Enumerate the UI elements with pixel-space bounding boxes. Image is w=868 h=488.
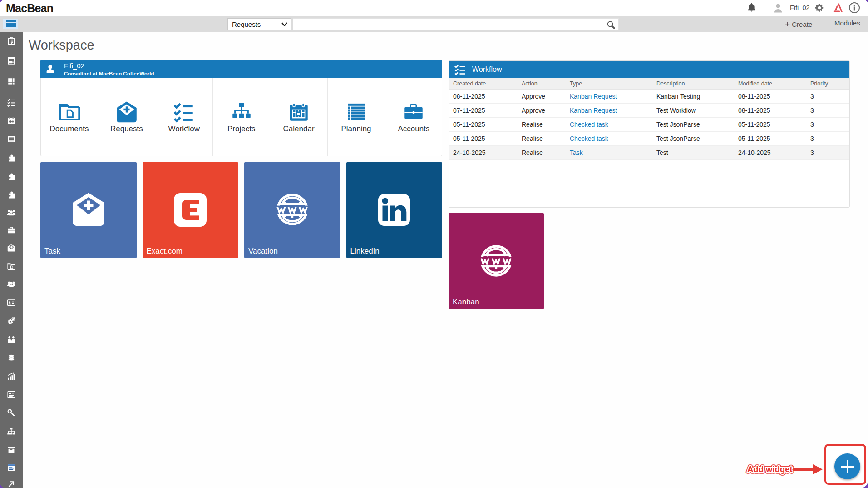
svg-text:Add widget: Add widget (747, 464, 793, 474)
